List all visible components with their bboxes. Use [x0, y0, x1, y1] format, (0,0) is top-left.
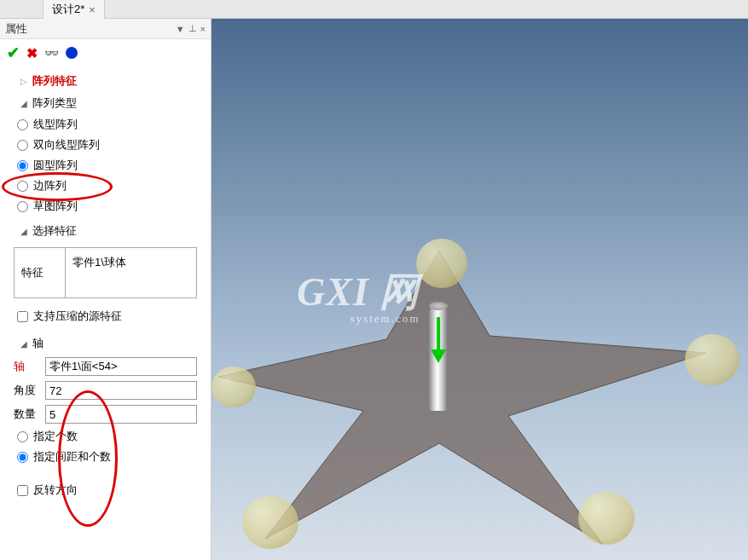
panel-toolbar: ✔ ✖ 👓 — [0, 39, 211, 66]
reverse-row[interactable]: 反转方向 — [7, 477, 204, 503]
angle-label: 角度 — [14, 383, 38, 398]
panel-header-controls: ▼ ⊥ × — [176, 23, 206, 34]
viewport-3d[interactable]: GXI 网 system.com — [212, 19, 748, 560]
radio-bidirectional-input[interactable] — [17, 140, 28, 151]
radio-sketch-input[interactable] — [17, 201, 28, 212]
radio-specify-count-label: 指定个数 — [33, 429, 78, 444]
reverse-label: 反转方向 — [33, 482, 78, 498]
radio-circular-input[interactable] — [17, 160, 28, 171]
sphere-preview — [685, 334, 739, 385]
radio-specify-count[interactable]: 指定个数 — [7, 426, 204, 447]
pin-icon[interactable]: ⊥ — [188, 23, 197, 34]
radio-linear-input[interactable] — [17, 119, 28, 130]
color-indicator[interactable] — [66, 47, 78, 59]
reverse-checkbox[interactable] — [17, 485, 28, 496]
support-compressed-row[interactable]: 支持压缩的源特征 — [7, 303, 204, 329]
radio-linear-label: 线型阵列 — [33, 117, 78, 132]
dropdown-icon[interactable]: ▼ — [176, 24, 185, 34]
axis-header[interactable]: 轴 — [7, 329, 204, 355]
radio-specify-spacing[interactable]: 指定间距和个数 — [7, 447, 204, 467]
select-feature-header[interactable]: 选择特征 — [7, 216, 204, 242]
angle-row: 角度 — [7, 378, 204, 402]
axis-input[interactable] — [45, 357, 197, 376]
count-input[interactable] — [45, 405, 197, 424]
type-header[interactable]: 阵列类型 — [7, 92, 204, 114]
radio-circular-label: 圆型阵列 — [33, 158, 78, 173]
main-area: 属性 ▼ ⊥ × ✔ ✖ 👓 阵列特征 阵列类型 线 — [0, 19, 748, 560]
panel-header: 属性 ▼ ⊥ × — [0, 19, 211, 39]
support-compressed-label: 支持压缩的源特征 — [33, 309, 122, 324]
count-label: 数量 — [14, 407, 38, 422]
count-row: 数量 — [7, 402, 204, 426]
arrow-icon — [20, 77, 29, 86]
angle-input[interactable] — [45, 381, 197, 400]
accept-icon[interactable]: ✔ — [7, 43, 20, 62]
radio-sketch[interactable]: 草图阵列 — [7, 196, 204, 216]
feature-label: 特征 — [14, 248, 66, 297]
axis-label: 轴 — [14, 359, 38, 374]
panel-body: 阵列特征 阵列类型 线型阵列 双向线型阵列 圆型阵列 边阵列 — [0, 66, 211, 560]
support-compressed-checkbox[interactable] — [17, 311, 28, 322]
sphere-preview — [212, 367, 256, 407]
radio-sketch-label: 草图阵列 — [33, 199, 78, 214]
radio-circular[interactable]: 圆型阵列 — [7, 155, 204, 176]
panel-title: 属性 — [5, 21, 27, 37]
svg-marker-0 — [218, 251, 706, 544]
sphere-preview — [578, 492, 635, 545]
radio-edge[interactable]: 边阵列 — [7, 176, 204, 196]
feature-box: 特征 零件1\球体 — [14, 247, 197, 298]
preview-icon[interactable]: 👓 — [44, 46, 59, 60]
tab-close-icon[interactable]: × — [89, 3, 96, 16]
radio-bidirectional[interactable]: 双向线型阵列 — [7, 135, 204, 155]
model-star — [212, 70, 748, 560]
radio-specify-spacing-input[interactable] — [17, 452, 28, 463]
properties-panel: 属性 ▼ ⊥ × ✔ ✖ 👓 阵列特征 阵列类型 线 — [0, 19, 212, 560]
cancel-icon[interactable]: ✖ — [26, 45, 38, 61]
arrow-icon — [20, 339, 29, 349]
axis-row: 轴 — [7, 355, 204, 378]
radio-edge-input[interactable] — [17, 181, 28, 192]
tab-bar: 设计2* × — [0, 0, 748, 19]
radio-specify-spacing-label: 指定间距和个数 — [33, 449, 111, 465]
star-shape — [212, 70, 748, 560]
radio-specify-count-input[interactable] — [17, 431, 28, 442]
radio-edge-label: 边阵列 — [33, 178, 67, 193]
tab-title: 设计2* — [52, 2, 84, 17]
feature-value[interactable]: 零件1\球体 — [66, 248, 196, 297]
sphere-preview — [416, 239, 467, 288]
select-feature-label: 选择特征 — [32, 223, 77, 239]
axis-header-label: 轴 — [32, 336, 43, 351]
document-tab[interactable]: 设计2* × — [43, 0, 105, 19]
cylinder-top — [429, 302, 448, 310]
feature-header-label: 阵列特征 — [32, 73, 77, 89]
radio-linear[interactable]: 线型阵列 — [7, 114, 204, 135]
radio-bidirectional-label: 双向线型阵列 — [33, 137, 100, 153]
arrow-icon — [20, 99, 29, 108]
close-icon[interactable]: × — [200, 24, 206, 34]
sphere-preview — [242, 496, 299, 549]
arrow-icon — [20, 227, 29, 236]
feature-header[interactable]: 阵列特征 — [7, 70, 204, 92]
type-header-label: 阵列类型 — [32, 95, 77, 111]
